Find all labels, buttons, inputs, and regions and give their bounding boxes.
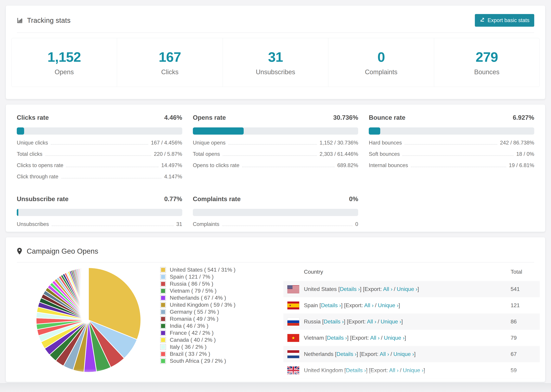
export-unique-link[interactable]: Unique ›	[381, 318, 401, 325]
rate-title: Clicks rate	[17, 114, 49, 121]
rate-detail-row: Total clicks220 / 5.87%	[17, 151, 182, 157]
legend-swatch	[160, 309, 166, 315]
export-all-link[interactable]: All ›	[380, 351, 389, 357]
geo-table: Country Total United States [Details ›] …	[283, 263, 540, 382]
rate-block-bounce-rate: Bounce rate6.927%Hard bounces242 / 86.73…	[369, 114, 534, 180]
legend-item-united-states[interactable]: United States ( 541 / 31% )	[160, 266, 283, 273]
progress-bar-fill	[193, 127, 244, 135]
rate-title: Complaints rate	[193, 196, 241, 203]
bracket: [	[335, 351, 336, 357]
rate-detail-row: Opens to clicks rate689.82%	[193, 162, 358, 168]
rate-detail-label: Hard bounces	[369, 140, 402, 146]
rate-detail-value: 167 / 4.456%	[151, 140, 182, 146]
legend-item-south-africa[interactable]: South Africa ( 29 / 2% )	[160, 357, 283, 364]
rates-grid: Clicks rate4.46%Unique clicks167 / 4.456…	[17, 114, 534, 227]
details-link[interactable]: Details ›	[336, 351, 356, 357]
rate-detail-value: 1,152 / 30.736%	[320, 140, 358, 146]
geo-table-row-netherlands: Netherlands [Details ›] [Export: All ›/U…	[283, 346, 540, 362]
progress-bar-track	[369, 127, 534, 135]
details-link[interactable]: Details ›	[324, 318, 344, 325]
dotted-leader	[404, 144, 497, 145]
export-all-link[interactable]: All ›	[383, 286, 392, 292]
bracket: ]	[357, 351, 358, 357]
country-total: 541	[511, 286, 540, 292]
geo-table-row-germany: Germany [Details ›] [Export: All ›/Uniqu…	[283, 378, 540, 382]
legend-label: Romania ( 49 / 3% )	[170, 316, 219, 322]
gb-flag-icon	[283, 366, 304, 375]
legend-item-canada[interactable]: Canada ( 40 / 2% )	[160, 336, 283, 343]
legend-item-vietnam[interactable]: Vietnam ( 79 / 5% )	[160, 287, 283, 294]
export-all-link[interactable]: All ›	[370, 335, 380, 341]
stat-label: Clicks	[161, 68, 178, 76]
details-link[interactable]: Details ›	[321, 302, 341, 308]
pie-legend: United States ( 541 / 31% )Spain ( 121 /…	[160, 263, 283, 382]
legend-item-germany[interactable]: Germany ( 55 / 3% )	[160, 308, 283, 315]
stat-label: Opens	[55, 68, 74, 76]
stat-box-complaints: 0Complaints	[328, 38, 434, 87]
details-link[interactable]: Details ›	[327, 335, 347, 341]
rate-detail-label: Total opens	[193, 151, 220, 157]
export-unique-link[interactable]: Unique ›	[403, 367, 424, 373]
rate-percent: 0.77%	[164, 196, 182, 203]
rate-detail-value: 31	[176, 221, 182, 227]
legend-swatch	[160, 358, 166, 364]
stat-box-unsubscribes: 31Unsubscribes	[223, 38, 328, 87]
legend-label: Canada ( 40 / 2% )	[170, 337, 216, 343]
rate-detail-label: Click through rate	[17, 174, 58, 180]
rate-detail-value: 689.82%	[337, 162, 358, 168]
rate-percent: 6.927%	[513, 114, 534, 121]
export-unique-link[interactable]: Unique ›	[393, 351, 414, 357]
rate-head: Opens rate30.736%	[193, 114, 358, 121]
rate-detail-row: Unique opens1,152 / 30.736%	[193, 140, 358, 146]
rate-detail-label: Total clicks	[17, 151, 42, 157]
legend-label: United Kingdom ( 59 / 3% )	[170, 302, 235, 308]
legend-swatch	[160, 302, 166, 308]
country-total: 67	[511, 351, 540, 357]
bracket: [	[325, 335, 327, 341]
rate-percent: 4.46%	[164, 114, 182, 121]
stat-box-clicks: 167Clicks	[117, 38, 222, 87]
export-all-link[interactable]: All ›	[389, 367, 399, 373]
progress-bar-fill	[17, 209, 18, 216]
export-all-link[interactable]: All ›	[364, 302, 374, 308]
rate-detail-row: Unsubscribes31	[17, 221, 182, 227]
rate-detail-row: Total opens2,303 / 61.446%	[193, 151, 358, 157]
legend-item-india[interactable]: India ( 46 / 3% )	[160, 322, 283, 329]
export-unique-link[interactable]: Unique ›	[397, 286, 417, 292]
legend-item-france[interactable]: France ( 42 / 2% )	[160, 329, 283, 336]
legend-item-brazil[interactable]: Brazil ( 33 / 2% )	[160, 350, 283, 357]
legend-item-netherlands[interactable]: Netherlands ( 67 / 4% )	[160, 294, 283, 301]
bracket: ]	[404, 335, 406, 341]
details-link[interactable]: Details ›	[346, 367, 366, 373]
legend-item-romania[interactable]: Romania ( 49 / 3% )	[160, 315, 283, 322]
details-link[interactable]: Details ›	[340, 286, 360, 292]
dotted-leader	[411, 167, 506, 167]
export-basic-stats-button[interactable]: Export basic stats	[475, 14, 534, 27]
rate-title: Bounce rate	[369, 114, 405, 121]
legend-label: Germany ( 55 / 3% )	[170, 309, 219, 315]
dotted-leader	[242, 167, 335, 167]
rate-block-complaints-rate: Complaints rate0%Complaints0	[193, 196, 358, 227]
page-bottom-strip	[0, 383, 551, 392]
slash: /	[375, 302, 376, 308]
rate-head: Complaints rate0%	[193, 196, 358, 203]
geo-table-row-russia: Russia [Details ›] [Export: All ›/Unique…	[283, 314, 540, 330]
export-unique-link[interactable]: Unique ›	[384, 335, 404, 341]
legend-swatch	[160, 295, 166, 301]
slash: /	[381, 335, 382, 341]
legend-item-italy[interactable]: Italy ( 36 / 2% )	[160, 343, 283, 350]
legend-item-russia[interactable]: Russia ( 86 / 5% )	[160, 280, 283, 287]
rate-detail-value: 0	[355, 221, 358, 227]
country-name: Vietnam	[304, 335, 324, 341]
rate-head: Clicks rate4.46%	[17, 114, 182, 121]
export-all-link[interactable]: All ›	[367, 318, 376, 325]
rate-detail-label: Opens to clicks rate	[193, 162, 239, 168]
export-unique-link[interactable]: Unique ›	[378, 302, 399, 308]
bracket: ]	[360, 286, 361, 292]
rate-detail-label: Internal bounces	[369, 162, 408, 168]
bracket: ]	[417, 286, 419, 292]
export-label: [Export:	[369, 367, 388, 373]
legend-item-united-kingdom[interactable]: United Kingdom ( 59 / 3% )	[160, 301, 283, 308]
legend-item-spain[interactable]: Spain ( 121 / 7% )	[160, 273, 283, 280]
country-name: Russia	[304, 318, 321, 325]
